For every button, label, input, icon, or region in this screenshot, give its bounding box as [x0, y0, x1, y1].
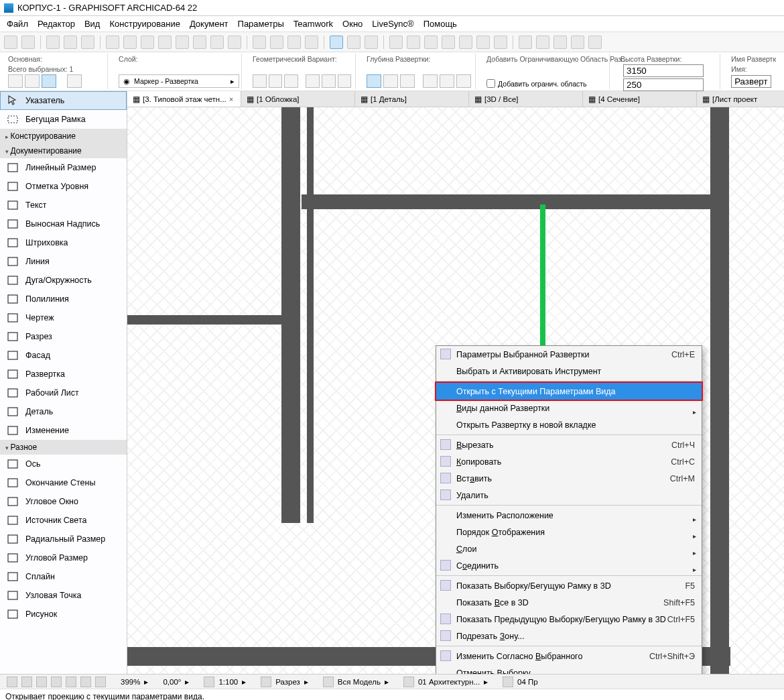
extend-icon[interactable] — [424, 36, 438, 49]
zoom-fit-icon[interactable] — [36, 677, 47, 687]
depth-1-button[interactable] — [367, 74, 381, 88]
tool-выносная-надпись[interactable]: Выносная Надпись — [0, 215, 127, 233]
toolbox-header-documentation[interactable]: Документирование — [0, 143, 127, 158]
depth-4-button[interactable] — [423, 74, 438, 88]
tool-дуга/окружность[interactable]: Дуга/Окружность — [0, 271, 127, 290]
zoom-icon[interactable] — [123, 36, 137, 49]
zoom-all-icon[interactable] — [51, 677, 62, 687]
wand-icon[interactable] — [81, 36, 94, 49]
tool-pointer[interactable]: Указатель — [0, 91, 127, 110]
tab-3типовойэтажчетн[interactable]: ▦[3. Типовой этаж четн...× — [127, 91, 241, 107]
grid-icon[interactable] — [193, 36, 206, 49]
rotate-icon[interactable] — [459, 36, 472, 49]
tool-сплайн[interactable]: Сплайн — [0, 567, 127, 586]
depth-2-button[interactable] — [383, 74, 398, 88]
tool-рабочий-лист[interactable]: Рабочий Лист — [0, 384, 127, 402]
drawing-canvas[interactable]: Параметры Выбранной РазверткиCtrl+EВыбра… — [127, 107, 784, 674]
tab-листпроект[interactable]: ▦[Лист проект — [697, 91, 784, 107]
ctx-виды-данной-развертки[interactable]: Виды данной Развертки — [436, 400, 702, 416]
fillet-icon[interactable] — [442, 36, 455, 49]
ctx-показать-все-в-3d[interactable]: Показать Все в 3DShift+F5 — [436, 594, 702, 611]
ungroup-icon[interactable] — [536, 36, 549, 49]
ctx-подрезать-зону-[interactable]: Подрезать Зону... — [436, 628, 702, 644]
zoom-in-icon[interactable] — [80, 677, 91, 687]
layer-selector[interactable]: ◉ Маркер - Развертка ▸ — [119, 74, 239, 88]
ctx-копировать[interactable]: КопироватьCtrl+C — [436, 453, 702, 470]
ortho-icon[interactable] — [141, 36, 154, 49]
snap3-icon[interactable] — [210, 36, 224, 49]
cut-icon[interactable] — [389, 36, 403, 49]
menu-вид[interactable]: Вид — [84, 19, 101, 29]
rect-icon[interactable] — [270, 36, 283, 49]
menu-файл[interactable]: Файл — [7, 19, 28, 29]
status-angle[interactable]: 0,00° — [163, 678, 181, 686]
snap1-icon[interactable] — [158, 36, 172, 49]
menu-документ[interactable]: Документ — [190, 19, 228, 29]
ctx-изменить-расположение[interactable]: Изменить Расположение — [436, 507, 702, 524]
tool-чертеж[interactable]: Чертеж — [0, 308, 127, 327]
mode-b-button[interactable] — [25, 74, 40, 88]
guide-icon[interactable] — [228, 36, 241, 49]
tool-разрез[interactable]: Разрез — [0, 327, 127, 346]
depth-3-button[interactable] — [400, 74, 415, 88]
tab-4сечение[interactable]: ▦[4 Сечение] — [583, 91, 697, 107]
undo-icon[interactable] — [4, 36, 17, 49]
status-scale[interactable]: 1:100 — [218, 678, 238, 686]
nav-next-icon[interactable] — [21, 677, 32, 687]
mode-a-button[interactable] — [8, 74, 23, 88]
depth-5-button[interactable] — [440, 74, 454, 88]
tool-отметка-уровня[interactable]: Отметка Уровня — [0, 177, 127, 196]
tool-полилиния[interactable]: Полилиния — [0, 290, 127, 308]
tab-3dвсе[interactable]: ▦[3D / Все] — [469, 91, 583, 107]
menu-окно[interactable]: Окно — [342, 19, 363, 29]
toolbox-header-misc[interactable]: Разное — [0, 440, 127, 455]
lock-icon[interactable] — [553, 36, 567, 49]
tool-изменение[interactable]: Изменение — [0, 421, 127, 440]
geom-6-button[interactable] — [338, 74, 352, 88]
tool-угловое-окно[interactable]: Угловое Окно — [0, 492, 127, 511]
height-top-input[interactable] — [623, 64, 704, 77]
ctx-отменить-выборку[interactable]: Отменить Выборку — [436, 664, 702, 674]
tab-1деталь[interactable]: ▦[1 Деталь] — [355, 91, 469, 107]
tool-окончание-стены[interactable]: Окончание Стены — [0, 473, 127, 492]
toggle-a-icon[interactable] — [330, 36, 343, 49]
geom-4-button[interactable] — [306, 74, 320, 88]
geom-3-button[interactable] — [284, 74, 298, 88]
tool-линейный-размер[interactable]: Линейный Размер — [0, 158, 127, 177]
height-bot-input[interactable] — [623, 78, 704, 91]
favorite-icon[interactable] — [588, 36, 602, 49]
redo-icon[interactable] — [21, 36, 35, 49]
status-model[interactable]: Вся Модель — [338, 678, 381, 686]
menu-редактор[interactable]: Редактор — [38, 19, 75, 29]
menu-livesync®[interactable]: LiveSync® — [372, 19, 413, 29]
menu-помощь[interactable]: Помощь — [423, 19, 457, 29]
name-input[interactable] — [731, 75, 771, 88]
toolbox-header-construction[interactable]: Конструирование — [0, 129, 127, 143]
menu-конструирование[interactable]: Конструирование — [109, 19, 180, 29]
tab-1обложка[interactable]: ▦[1 Обложка] — [241, 91, 355, 107]
snap2-icon[interactable] — [176, 36, 189, 49]
ctx-соединить[interactable]: Соединить — [436, 557, 702, 574]
status-layercombo[interactable]: 01 Архитектурн... — [418, 678, 480, 686]
tool-фасад[interactable]: Фасад — [0, 346, 127, 365]
ctx-открыть-развертку-в-новой-вкладке[interactable]: Открыть Развертку в новой вкладке — [436, 416, 702, 433]
mirror-icon[interactable] — [476, 36, 490, 49]
measure-icon[interactable] — [64, 36, 77, 49]
dim12-icon[interactable] — [347, 36, 361, 49]
bounds-checkbox[interactable]: Добавить огранич. область — [486, 79, 605, 88]
ctx-показать-предыдущую-выборку-бегущую-рамку-в-3d[interactable]: Показать Предыдущую Выборку/Бегущую Рамк… — [436, 611, 702, 628]
ctx-порядок-отображения[interactable]: Порядок Отображения — [436, 524, 702, 540]
ctx-выбрать-и-активировать-инструмент[interactable]: Выбрать и Активировать Инструмент — [436, 363, 702, 380]
nav-prev-icon[interactable] — [7, 677, 17, 687]
tool-текст[interactable]: Текст — [0, 196, 127, 215]
group-icon[interactable] — [519, 36, 532, 49]
zoom-window-icon[interactable] — [66, 677, 76, 687]
tool-штриховка[interactable]: Штриховка — [0, 233, 127, 252]
tool-источник-света[interactable]: Источник Света — [0, 511, 127, 530]
menu-teamwork[interactable]: Teamwork — [293, 19, 333, 29]
pick-icon[interactable] — [46, 36, 60, 49]
ctx-вставить[interactable]: ВставитьCtrl+M — [436, 470, 702, 487]
ctx-изменить-согласно-выбранного[interactable]: Изменить Согласно ВыбранногоCtrl+Shift+Э — [436, 648, 702, 664]
tool-marquee[interactable]: Бегущая Рамка — [0, 110, 127, 129]
status-sheet[interactable]: 04 Пр — [517, 678, 538, 686]
